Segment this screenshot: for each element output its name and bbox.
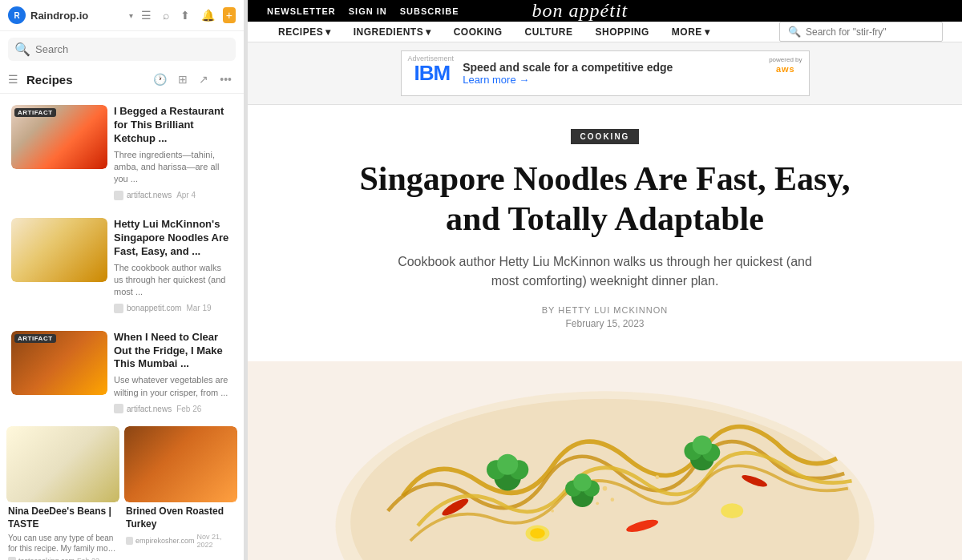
source-icon bbox=[8, 557, 16, 560]
list-item[interactable]: ARTIFACT When I Need to Clear Out the Fr… bbox=[6, 326, 237, 418]
source-icon bbox=[114, 404, 123, 413]
subscribe-link[interactable]: SUBSCRIBE bbox=[400, 6, 459, 16]
card-source: empirekosher.com bbox=[135, 537, 195, 545]
list-item[interactable]: Nina DeeDee's Beans | TASTE You can use … bbox=[6, 426, 119, 560]
main-nav: RECIPES ▾ INGREDIENTS ▾ COOKING CULTURE … bbox=[248, 22, 962, 42]
notification-button[interactable]: 🔔 bbox=[198, 7, 218, 23]
article-title: Singapore Noodles Are Fast, Easy, and To… bbox=[333, 159, 878, 240]
card-meta: artifact.news Apr 4 bbox=[114, 191, 232, 200]
sidebar-topbar: R Raindrop.io ▾ ☰ ⌕ ⬆ 🔔 + bbox=[0, 0, 244, 31]
site-header: NEWSLETTER SIGN IN SUBSCRIBE bon appétit bbox=[248, 0, 962, 22]
chevron-down-icon[interactable]: ▾ bbox=[129, 11, 133, 20]
svg-point-21 bbox=[611, 498, 615, 502]
svg-point-23 bbox=[656, 475, 660, 479]
header-nav-links: NEWSLETTER SIGN IN SUBSCRIBE bbox=[267, 6, 459, 16]
article-header: COOKING Singapore Noodles Are Fast, Easy… bbox=[248, 105, 962, 361]
category-badge: COOKING bbox=[571, 129, 640, 144]
two-col-card-row: Nina DeeDee's Beans | TASTE You can use … bbox=[6, 426, 237, 560]
card-description: The cookbook author walks us through her… bbox=[114, 262, 232, 299]
card-date: Nov 21, 2022 bbox=[197, 533, 236, 549]
search-input[interactable] bbox=[35, 43, 229, 55]
svg-point-13 bbox=[573, 473, 591, 491]
card-meta: empirekosher.com Nov 21, 2022 bbox=[126, 533, 236, 549]
card-description: You can use any type of bean for this re… bbox=[8, 533, 118, 554]
article-hero-image bbox=[248, 361, 962, 560]
nav-item-culture[interactable]: CULTURE bbox=[514, 22, 584, 42]
hamburger-button[interactable]: ☰ bbox=[138, 7, 155, 23]
card-source: tastecooking.com bbox=[18, 557, 75, 560]
sidebar-list: ARTIFACT I Begged a Restaurant for This … bbox=[0, 94, 244, 560]
aws-logo: aws bbox=[776, 64, 795, 74]
source-icon bbox=[114, 191, 123, 200]
newsletter-link[interactable]: NEWSLETTER bbox=[267, 6, 336, 16]
card-description: Three ingredients—tahini, amba, and hari… bbox=[114, 149, 232, 186]
card-meta: artifact.news Feb 26 bbox=[114, 404, 232, 413]
nav-item-ingredients[interactable]: INGREDIENTS ▾ bbox=[342, 22, 443, 42]
search-input[interactable] bbox=[806, 26, 934, 38]
card-meta: bonappetit.com Mar 19 bbox=[114, 304, 232, 313]
card-thumbnail bbox=[124, 426, 237, 502]
nav-item-recipes[interactable]: RECIPES ▾ bbox=[267, 22, 342, 42]
advertisement-banner: Advertisement IBM Speed and scale for a … bbox=[248, 42, 962, 105]
list-item[interactable]: Hetty Lui McKinnon's Singapore Noodles A… bbox=[6, 213, 237, 318]
search-bar: 🔍 bbox=[779, 22, 943, 42]
article-date: February 15, 2023 bbox=[565, 318, 644, 329]
main-content: NEWSLETTER SIGN IN SUBSCRIBE bon appétit… bbox=[248, 0, 962, 560]
list-item[interactable]: ARTIFACT I Begged a Restaurant for This … bbox=[6, 100, 237, 205]
raindrop-app-title: Raindrop.io bbox=[30, 10, 124, 22]
nav-item-cooking[interactable]: COOKING bbox=[443, 22, 514, 42]
card-source: artifact.news bbox=[127, 405, 172, 413]
search-icon: 🔍 bbox=[14, 42, 30, 57]
article-subtitle: Cookbook author Hetty Liu McKinnon walks… bbox=[389, 252, 822, 291]
card-info: I Begged a Restaurant for This Brilliant… bbox=[114, 105, 232, 200]
add-button[interactable]: + bbox=[223, 7, 236, 23]
card-meta: tastecooking.com Feb 22 bbox=[8, 557, 118, 560]
ibm-logo: IBM bbox=[414, 61, 451, 86]
ad-label: Advertisement bbox=[408, 54, 455, 62]
card-source: artifact.news bbox=[127, 191, 172, 199]
nav-item-shopping[interactable]: SHOPPING bbox=[584, 22, 660, 42]
svg-point-19 bbox=[721, 503, 743, 518]
aws-badge: powered by aws bbox=[769, 56, 802, 74]
card-date: Apr 4 bbox=[176, 191, 196, 199]
sign-in-link[interactable]: SIGN IN bbox=[349, 6, 387, 16]
card-thumbnail: ARTIFACT bbox=[11, 331, 107, 395]
collection-title: Recipes bbox=[26, 73, 146, 87]
ad-text: Speed and scale for a competitive edge L… bbox=[463, 61, 795, 86]
card-description: Use whatever vegetables are wilting in y… bbox=[114, 374, 232, 399]
card-date: Feb 22 bbox=[77, 557, 99, 560]
powered-by-text: powered by bbox=[769, 56, 802, 63]
card-date: Feb 26 bbox=[176, 405, 201, 413]
ad-content: Advertisement IBM Speed and scale for a … bbox=[401, 50, 810, 96]
history-button[interactable]: 🕐 bbox=[149, 71, 171, 88]
card-date: Mar 19 bbox=[186, 304, 211, 312]
card-info: When I Need to Clear Out the Fridge, I M… bbox=[114, 331, 232, 413]
card-info: Hetty Lui McKinnon's Singapore Noodles A… bbox=[114, 218, 232, 313]
export-button[interactable]: ↗ bbox=[195, 71, 212, 88]
ad-learn-more-link[interactable]: Learn more → bbox=[463, 74, 795, 86]
card-title: Brined Oven Roasted Turkey bbox=[126, 506, 236, 530]
card-thumbnail bbox=[11, 218, 107, 282]
card-source: bonappetit.com bbox=[127, 304, 181, 312]
share-button[interactable]: ⬆ bbox=[177, 7, 193, 23]
list-item[interactable]: Brined Oven Roasted Turkey empirekosher.… bbox=[124, 426, 237, 560]
search-icon: 🔍 bbox=[788, 26, 801, 38]
more-options-button[interactable]: ••• bbox=[216, 71, 236, 88]
ad-headline: Speed and scale for a competitive edge bbox=[463, 61, 795, 74]
card-info: Brined Oven Roasted Turkey empirekosher.… bbox=[124, 502, 237, 552]
grid-view-button[interactable]: ⊞ bbox=[174, 71, 192, 88]
chevron-down-icon: ▾ bbox=[325, 26, 331, 38]
raindrop-logo: R bbox=[8, 6, 26, 24]
sidebar: R Raindrop.io ▾ ☰ ⌕ ⬆ 🔔 + 🔍 ☰ Recipes 🕐 … bbox=[0, 0, 245, 560]
card-title: Hetty Lui McKinnon's Singapore Noodles A… bbox=[114, 218, 232, 259]
chevron-down-icon: ▾ bbox=[426, 26, 431, 38]
source-icon bbox=[126, 537, 133, 545]
card-thumbnail: ARTIFACT bbox=[11, 105, 107, 169]
search-button[interactable]: ⌕ bbox=[160, 7, 172, 23]
artifact-badge: ARTIFACT bbox=[14, 334, 56, 343]
chevron-down-icon: ▾ bbox=[705, 26, 710, 38]
card-title: When I Need to Clear Out the Fridge, I M… bbox=[114, 331, 232, 372]
card-thumbnail bbox=[6, 426, 119, 502]
nav-item-more[interactable]: MORE ▾ bbox=[661, 22, 722, 42]
collection-toolbar: ☰ Recipes 🕐 ⊞ ↗ ••• bbox=[0, 67, 244, 94]
